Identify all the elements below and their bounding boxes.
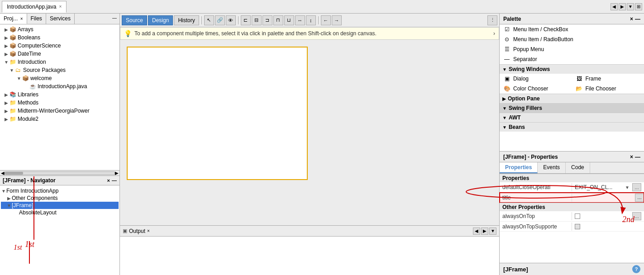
tree-item-datetime[interactable]: ▶ 📦 DateTime <box>0 50 119 58</box>
tree-item-module2[interactable]: ▶ 📁 Module2 <box>0 115 119 123</box>
scroll-track[interactable] <box>5 171 115 175</box>
tree-toggle[interactable]: ▼ <box>4 59 9 65</box>
scroll-left-btn[interactable]: ◀ <box>1 171 5 175</box>
tree-toggle[interactable]: ▶ <box>4 116 9 122</box>
option-pane-toggle[interactable]: ▶ <box>502 96 506 101</box>
preview-btn[interactable]: 👁 <box>226 15 236 25</box>
palette-section-awt[interactable]: ▼ AWT <box>500 113 644 122</box>
output-tab-close[interactable]: × <box>147 228 150 233</box>
palette-item-frame[interactable]: 🖼 Frame <box>572 74 644 84</box>
palette-minimize-btn[interactable]: — <box>635 16 640 22</box>
palette-item-file-chooser[interactable]: 📂 File Chooser <box>572 84 644 94</box>
panel-minimize-btn[interactable]: — <box>110 14 119 24</box>
output-nav-left[interactable]: ◀ <box>473 228 480 235</box>
source-tab-source[interactable]: Source <box>122 15 147 25</box>
design-canvas[interactable] <box>120 40 499 225</box>
props-tab-events[interactable]: Events <box>538 162 566 173</box>
tree-toggle[interactable]: ▶ <box>4 108 9 114</box>
palette-section-beans[interactable]: ▼ Beans <box>500 122 644 132</box>
tree-item-midterm[interactable]: ▶ 📁 Midterm-WinterGeorgiaPower <box>0 107 119 115</box>
palette-item-dialog[interactable]: ▣ Dialog <box>500 74 572 84</box>
align-center-btn[interactable]: ⊟ <box>252 15 262 25</box>
palette-section-swing-fillers[interactable]: ▼ Swing Fillers <box>500 103 644 113</box>
navigator-close-btn[interactable]: × <box>107 178 110 183</box>
props-btn-alwaysontop[interactable]: … <box>632 212 641 220</box>
props-btn-defaultcloseoperation[interactable]: … <box>632 183 641 191</box>
nav-item-other-components[interactable]: ▶ Other Components <box>1 194 119 202</box>
editor-tab-introductionapp[interactable]: IntroductionApp.java × <box>2 1 67 13</box>
move-next-btn[interactable]: → <box>332 15 342 25</box>
alwaysontop-checkbox[interactable] <box>575 213 580 219</box>
output-nav-down[interactable]: ▼ <box>489 228 496 235</box>
palette-item-separator[interactable]: — Separator <box>500 54 644 64</box>
tree-toggle[interactable]: ▼ <box>6 203 12 208</box>
dropdown-arrow[interactable]: ▼ <box>625 185 632 190</box>
tree-item-welcome[interactable]: ▼ 📦 welcome <box>0 74 119 82</box>
tree-toggle[interactable]: ▶ <box>4 27 9 32</box>
tab-services[interactable]: Services <box>46 14 75 24</box>
palette-section-swing-windows[interactable]: ▼ Swing Windows <box>500 64 644 74</box>
tree-item-source-packages[interactable]: ▼ 🗂 Source Packages <box>0 66 119 74</box>
connect-tool-btn[interactable]: 🔗 <box>215 15 225 25</box>
output-nav-right[interactable]: ▶ <box>481 228 488 235</box>
source-tab-design[interactable]: Design <box>148 15 173 25</box>
alwaysontopsupported-checkbox[interactable] <box>575 224 580 229</box>
tree-toggle[interactable]: ▶ <box>4 100 9 105</box>
tree-item-methods[interactable]: ▶ 📁 Methods <box>0 99 119 107</box>
palette-section-option-pane[interactable]: ▶ Option Pane <box>500 94 644 103</box>
more-options-btn[interactable]: ⋮ <box>487 15 497 25</box>
select-tool-btn[interactable]: ↖ <box>204 15 214 25</box>
awt-toggle[interactable]: ▼ <box>502 115 507 120</box>
scroll-right-btn[interactable]: ▶ <box>115 171 119 175</box>
tab-project[interactable]: Proj... × <box>0 14 27 24</box>
tree-toggle[interactable]: ▶ <box>4 92 9 97</box>
swing-windows-toggle[interactable]: ▼ <box>502 67 507 72</box>
tree-toggle[interactable]: ▼ <box>1 188 6 194</box>
info-close-btn[interactable]: › <box>493 30 495 37</box>
nav-right-btn[interactable]: ▶ <box>619 3 626 10</box>
tree-toggle[interactable]: ▼ <box>9 67 14 73</box>
props-tab-properties[interactable]: Properties <box>500 162 538 173</box>
palette-item-menu-checkbox[interactable]: ☑ Menu Item / CheckBox <box>500 24 644 34</box>
palette-item-popup-menu[interactable]: ☰ Popup Menu <box>500 44 644 54</box>
tree-toggle[interactable]: ▶ <box>4 35 9 40</box>
align-bottom-btn[interactable]: ⊔ <box>284 15 294 25</box>
jframe-outline[interactable] <box>127 47 308 180</box>
tree-item-booleans[interactable]: ▶ 📦 Booleans <box>0 33 119 42</box>
tab-files[interactable]: Files <box>27 14 46 24</box>
properties-close-btn[interactable]: × <box>630 154 633 160</box>
tree-toggle[interactable]: ▼ <box>16 76 22 81</box>
resize-btn[interactable]: ↔ <box>295 15 305 25</box>
props-tab-code[interactable]: Code <box>566 162 590 173</box>
tree-toggle[interactable]: ▶ <box>6 195 12 201</box>
align-left-btn[interactable]: ⊏ <box>241 15 251 25</box>
source-tab-history[interactable]: History <box>174 15 199 25</box>
properties-help-btn[interactable]: ? <box>632 265 640 273</box>
tree-toggle[interactable]: ▶ <box>4 43 9 48</box>
swing-fillers-toggle[interactable]: ▼ <box>502 106 507 111</box>
palette-item-menu-radiobutton[interactable]: ⊙ Menu Item / RadioButton <box>500 34 644 44</box>
nav-item-jframe[interactable]: ▼ [JFrame] <box>1 202 119 209</box>
tree-item-computerscience[interactable]: ▶ 📦 ComputerScience <box>0 42 119 50</box>
move-prev-btn[interactable]: ← <box>321 15 331 25</box>
nav-down-btn[interactable]: ▼ <box>627 3 634 10</box>
tree-item-introductionapp-java[interactable]: ☕ IntroductionApp.java <box>0 82 119 90</box>
nav-item-absolutelayout[interactable]: AbsoluteLayout <box>1 209 119 216</box>
nav-item-form[interactable]: ▼ Form IntroductionApp <box>1 187 119 194</box>
tree-item-arrays[interactable]: ▶ 📦 Arrays <box>0 25 119 33</box>
nav-left-btn[interactable]: ◀ <box>611 3 618 10</box>
nav-expand-btn[interactable]: ⊞ <box>635 3 642 10</box>
props-value-title[interactable] <box>572 197 635 199</box>
tree-scrollbar-h[interactable]: ◀ ▶ <box>0 170 119 175</box>
navigator-minimize-btn[interactable]: — <box>112 178 117 183</box>
project-tab-close[interactable]: × <box>20 16 23 21</box>
tree-item-introduction[interactable]: ▼ 📁 Introduction <box>0 58 119 66</box>
editor-tab-close[interactable]: × <box>59 4 62 9</box>
align-top-btn[interactable]: ⊓ <box>273 15 283 25</box>
palette-item-color-chooser[interactable]: 🎨 Color Chooser <box>500 84 572 94</box>
resize-v-btn[interactable]: ↕ <box>306 15 316 25</box>
properties-minimize-btn[interactable]: — <box>635 154 640 160</box>
align-right-btn[interactable]: ⊐ <box>262 15 272 25</box>
tree-item-libraries[interactable]: ▶ 📚 Libraries <box>0 90 119 99</box>
tree-toggle[interactable]: ▶ <box>4 51 9 57</box>
